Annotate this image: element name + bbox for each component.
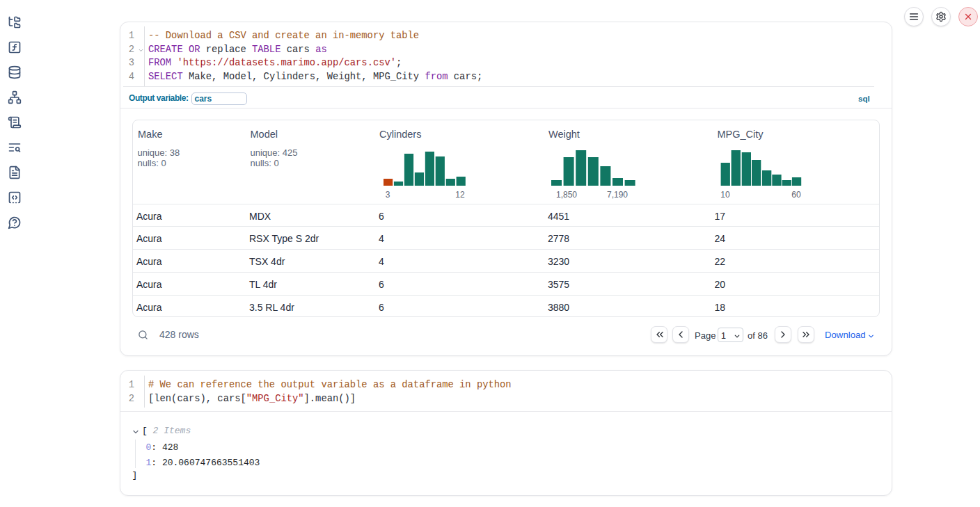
svg-text:7,190: 7,190	[607, 190, 628, 200]
svg-text:60: 60	[791, 190, 801, 200]
svg-text:3: 3	[386, 190, 390, 200]
svg-text:10: 10	[720, 190, 730, 200]
svg-text:12: 12	[455, 190, 465, 200]
svg-text:1,850: 1,850	[556, 190, 577, 200]
